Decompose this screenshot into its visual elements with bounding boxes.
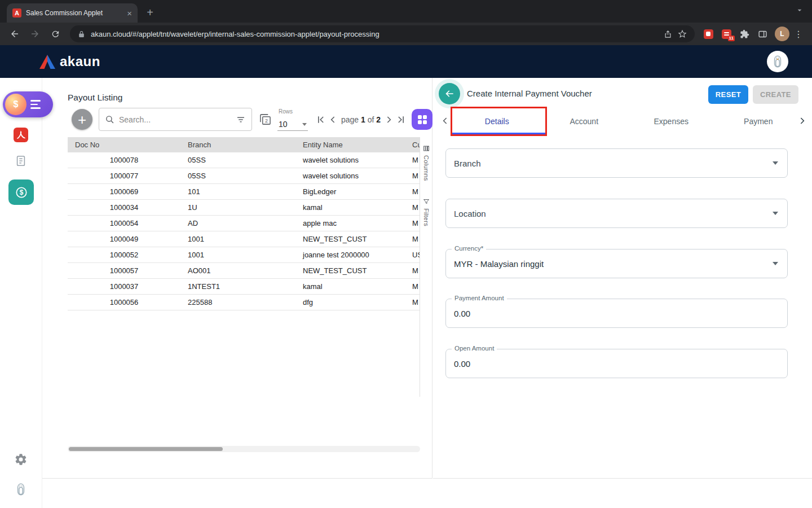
akaun-logo-icon [39,55,55,69]
main-content: Payout Listing + 2 Rows 10 [42,78,812,508]
first-page-icon[interactable] [315,113,327,126]
back-icon[interactable] [8,27,21,41]
add-button[interactable]: + [72,109,92,130]
payout-listing-panel: Payout Listing + 2 Rows 10 [42,78,433,479]
currency-select[interactable]: Currency* MYR - Malaysian ringgit [445,249,788,278]
table-row[interactable]: 1000034 1U kamal M [68,200,420,216]
search-input[interactable] [119,115,231,124]
cell-branch: AD [180,219,293,227]
payment-amount-value: 0.00 [454,309,470,318]
sidebar-item-pdf-applet[interactable] [14,128,28,144]
cell-doc-no: 1000037 [68,282,180,291]
tab-expenses[interactable]: Expenses [628,108,715,134]
header-entity-name[interactable]: Entity Name [293,141,409,149]
horizontal-scrollbar[interactable] [68,446,420,452]
bookmark-star-icon[interactable] [678,29,687,38]
cell-branch: 1001 [180,235,293,243]
search-box[interactable] [99,108,252,131]
extension-badge-count: 11 [728,36,735,41]
table-row[interactable]: 1000069 101 BigLedger M [68,184,420,200]
browser-toolbar: akaun.cloud/#/applet/tnt/wavelet/erp/int… [0,23,812,45]
columns-icon [423,145,430,152]
table-row[interactable]: 1000054 AD apple mac M [68,216,420,231]
location-label: Location [454,209,486,218]
table-row[interactable]: 1000056 225588 dfg M [68,295,420,310]
cell-entity: kamal [293,203,409,212]
akaun-logo: akaun [39,54,100,69]
grid-view-button[interactable] [412,109,433,130]
svg-text:2: 2 [265,118,268,124]
rows-label: Rows [279,108,293,115]
user-avatar-penguin[interactable] [767,51,788,72]
svg-text:$: $ [19,189,23,196]
app-body: $ $ [0,78,812,508]
reset-button[interactable]: RESET [708,85,748,104]
grid-icon [417,115,427,125]
app-header: akaun [0,45,812,78]
back-button[interactable] [439,83,460,104]
cell-currency: M [409,172,420,180]
browser-tab[interactable]: A Sales Commission Applet × [7,3,138,23]
header-doc-no[interactable]: Doc No [68,141,180,149]
browser-menu-icon[interactable]: ⋮ [794,29,803,40]
extensions-puzzle-icon[interactable] [738,27,751,41]
table-row[interactable]: 1000037 1NTEST1 kamal M [68,279,420,295]
filters-toggle[interactable]: Filters [423,198,430,226]
browser-profile-avatar[interactable]: L [775,27,789,41]
header-branch[interactable]: Branch [180,141,293,149]
rows-per-page-select[interactable]: Rows 10 [277,108,308,131]
tab-payment[interactable]: Paymen [715,108,802,134]
applet-switcher-button[interactable]: $ [3,91,53,117]
cell-branch: 225588 [180,298,293,306]
sidebar-item-sales-commission-applet[interactable]: $ [8,179,34,205]
reload-icon[interactable] [48,27,62,41]
settings-gear-icon[interactable] [14,453,28,468]
extension-badge-icon[interactable]: 11 [720,27,733,41]
caret-down-icon [302,123,307,126]
scrollbar-thumb[interactable] [69,447,223,451]
table-row[interactable]: 1000057 AO001 NEW_TEST_CUST M [68,263,420,279]
cell-entity: kamal [293,282,409,291]
logo-text: akaun [60,54,100,69]
tabs-scroll-left-icon[interactable] [440,115,451,129]
tab-account[interactable]: Account [541,108,628,134]
cell-currency: M [409,282,420,291]
side-panel-icon[interactable] [756,27,769,41]
new-tab-button[interactable]: + [142,5,158,20]
forward-icon[interactable] [28,27,42,41]
cell-entity: BigLedger [293,187,409,196]
last-page-icon[interactable] [395,113,407,126]
filter-list-icon[interactable] [236,115,246,125]
prev-page-icon[interactable] [327,113,339,126]
tabs-scroll-right-icon[interactable] [796,115,807,129]
location-select[interactable]: Location [445,199,788,228]
tab-close-icon[interactable]: × [127,9,132,17]
tab-search-chevron-icon[interactable] [795,6,804,17]
pages-icon[interactable]: 2 [259,113,272,126]
extension-icon[interactable] [701,27,715,41]
payment-amount-field[interactable]: Payment Amount 0.00 [445,299,788,328]
table-row[interactable]: 1000078 05SS wavelet solutions M [68,152,420,168]
create-button[interactable]: CREATE [753,85,798,104]
cell-doc-no: 1000052 [68,251,180,259]
next-page-icon[interactable] [382,113,395,126]
cell-branch: AO001 [180,266,293,275]
table-row[interactable]: 1000052 1001 joanne test 2000000 US [68,247,420,263]
open-amount-field[interactable]: Open Amount 0.00 [445,349,788,378]
tab-details[interactable]: Details [453,108,541,134]
open-amount-label: Open Amount [452,345,497,352]
table-row[interactable]: 1000049 1001 NEW_TEST_CUST M [68,231,420,247]
sidebar-item-ledger-applet[interactable] [15,155,27,169]
penguin-icon [770,54,785,69]
header-currency[interactable]: Cu [409,141,420,149]
currency-value: MYR - Malaysian ringgit [454,259,544,269]
branch-select[interactable]: Branch [445,148,788,178]
caret-down-icon [773,212,778,215]
table-row[interactable]: 1000077 05SS wavelet solutions M [68,168,420,184]
support-penguin-icon[interactable] [14,482,28,499]
page-status: page 1 of 2 [341,115,381,124]
url-bar[interactable]: akaun.cloud/#/applet/tnt/wavelet/erp/int… [70,25,695,42]
share-icon[interactable] [664,30,672,38]
table-header-row: Doc No Branch Entity Name Cu [68,137,420,152]
columns-toggle[interactable]: Columns [423,145,430,181]
